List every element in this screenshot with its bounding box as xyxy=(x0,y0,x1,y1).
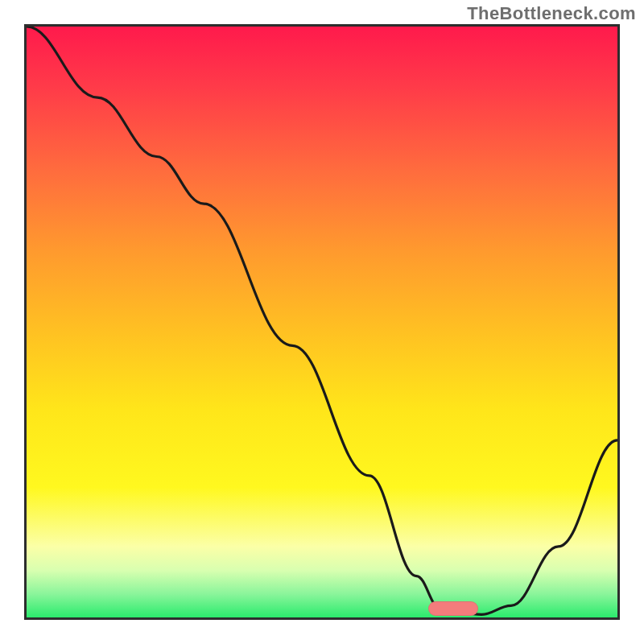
bottleneck-curve xyxy=(27,27,617,617)
plot-area xyxy=(24,24,620,620)
watermark-text: TheBottleneck.com xyxy=(467,3,636,24)
bottleneck-chart: TheBottleneck.com xyxy=(0,0,644,644)
optimal-range-marker xyxy=(428,601,478,616)
